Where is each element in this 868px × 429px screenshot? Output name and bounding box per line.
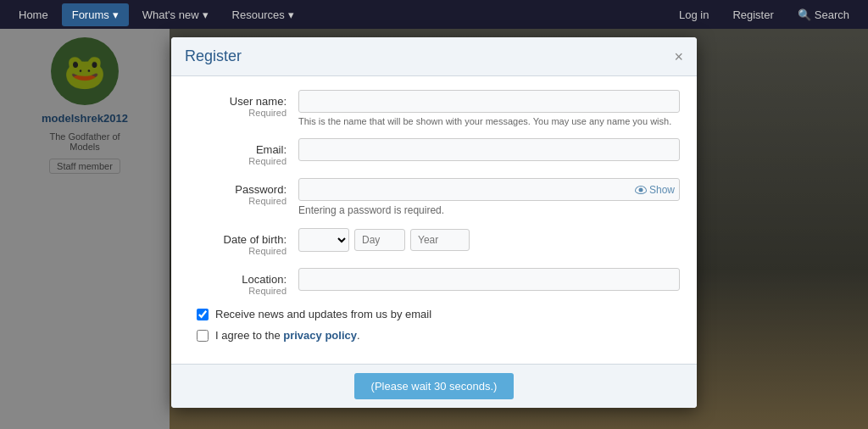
nav-forums[interactable]: Forums ▾ [62, 3, 129, 26]
nav-search[interactable]: 🔍 Search [787, 3, 860, 26]
dob-year-input[interactable] [410, 229, 470, 251]
modal-header: Register × [171, 37, 697, 76]
password-input[interactable] [298, 178, 680, 201]
modal-overlay: Register × User name: Required This is t… [0, 29, 868, 429]
privacy-label-suffix: . [357, 329, 360, 342]
email-label: Email: [188, 143, 287, 156]
nav-right: Log in Register 🔍 Search [669, 3, 860, 26]
privacy-label-prefix: I agree to the [215, 329, 281, 342]
username-label: User name: [188, 95, 287, 108]
forums-dropdown-icon: ▾ [113, 8, 119, 21]
location-label: Location: [188, 273, 287, 286]
password-field: Show Entering a password is required. [298, 178, 680, 216]
show-password-button[interactable]: Show [635, 184, 675, 196]
username-hint: This is the name that will be shown with… [298, 116, 680, 126]
newsletter-label: Receive news and updates from us by emai… [215, 308, 431, 320]
dob-month-select[interactable]: JanFebMar AprMayJun JulAugSep OctNovDec [298, 228, 349, 252]
dob-day-input[interactable] [354, 229, 405, 251]
newsletter-checkbox[interactable] [197, 309, 209, 320]
email-label-group: Email: Required [188, 138, 298, 166]
privacy-checkbox[interactable] [197, 330, 209, 342]
privacy-row: I agree to the privacy policy. [188, 329, 680, 342]
dob-wrapper: JanFebMar AprMayJun JulAugSep OctNovDec [298, 228, 680, 252]
location-required: Required [188, 286, 287, 296]
privacy-policy-link[interactable]: privacy policy [283, 329, 357, 342]
password-wrapper: Show [298, 178, 680, 201]
nav-whats-new-label: What's new [142, 8, 199, 21]
search-label: Search [815, 8, 849, 21]
username-label-group: User name: Required [188, 90, 298, 118]
email-required: Required [188, 156, 287, 166]
password-row: Password: Required Show Entering a passw… [188, 178, 680, 216]
password-label-group: Password: Required [188, 178, 298, 206]
privacy-label: I agree to the privacy policy. [215, 329, 360, 342]
location-field [298, 268, 680, 291]
dob-label: Date of birth: [188, 233, 287, 246]
modal-close-button[interactable]: × [674, 49, 683, 64]
search-icon: 🔍 [798, 8, 811, 21]
email-field [298, 138, 680, 161]
username-row: User name: Required This is the name tha… [188, 90, 680, 126]
username-required: Required [188, 108, 287, 118]
modal-title: Register [185, 47, 242, 65]
nav-home[interactable]: Home [8, 3, 58, 26]
nav-whats-new[interactable]: What's new ▾ [132, 3, 219, 26]
modal-footer: (Please wait 30 seconds.) [171, 364, 697, 408]
nav-resources-label: Resources [232, 8, 285, 21]
username-field: This is the name that will be shown with… [298, 90, 680, 126]
location-label-group: Location: Required [188, 268, 298, 296]
location-input[interactable] [298, 268, 680, 291]
nav-login[interactable]: Log in [669, 3, 719, 26]
email-input[interactable] [298, 138, 680, 161]
newsletter-row: Receive news and updates from us by emai… [188, 308, 680, 320]
eye-icon [635, 186, 647, 194]
register-modal: Register × User name: Required This is t… [171, 37, 697, 408]
password-required: Required [188, 196, 287, 206]
location-row: Location: Required [188, 268, 680, 296]
modal-body: User name: Required This is the name tha… [171, 76, 697, 364]
password-label: Password: [188, 183, 287, 196]
dob-row: Date of birth: Required JanFebMar AprMay… [188, 228, 680, 256]
password-error: Entering a password is required. [298, 204, 680, 216]
email-row: Email: Required [188, 138, 680, 166]
navbar: Home Forums ▾ What's new ▾ Resources ▾ L… [0, 0, 868, 29]
resources-dropdown-icon: ▾ [288, 8, 294, 21]
dob-field: JanFebMar AprMayJun JulAugSep OctNovDec [298, 228, 680, 252]
submit-button[interactable]: (Please wait 30 seconds.) [354, 373, 515, 399]
dob-required: Required [188, 246, 287, 256]
dob-label-group: Date of birth: Required [188, 228, 298, 256]
username-input[interactable] [298, 90, 680, 113]
nav-resources[interactable]: Resources ▾ [222, 3, 304, 26]
show-password-label: Show [649, 184, 675, 196]
whats-new-dropdown-icon: ▾ [203, 8, 209, 21]
nav-forums-label: Forums [72, 8, 109, 21]
nav-register[interactable]: Register [722, 3, 783, 26]
